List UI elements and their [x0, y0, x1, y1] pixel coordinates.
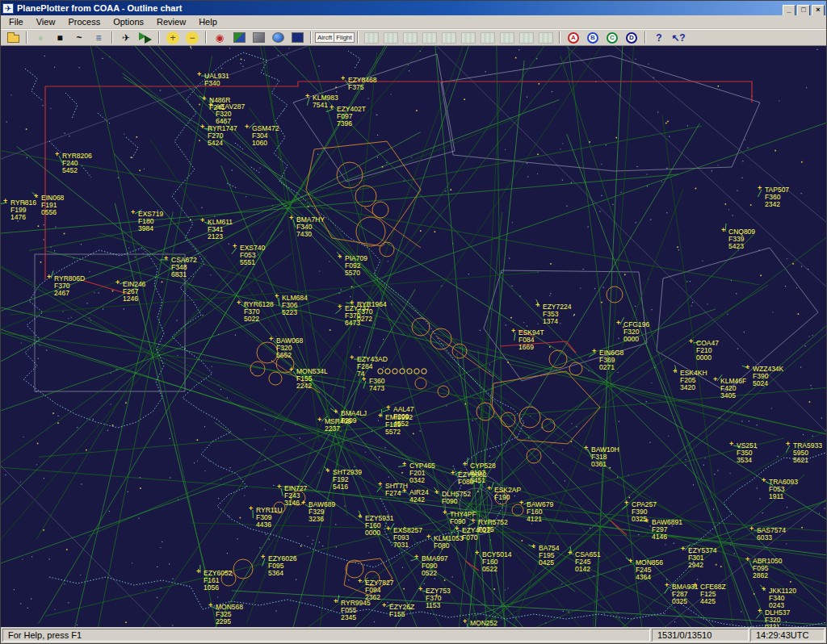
start-processing-button[interactable]: ● — [31, 30, 49, 45]
aircraft-label-ryr5752[interactable]: +RYR5752F075 — [478, 519, 508, 533]
aircraft-view-button[interactable]: ✈ — [117, 30, 135, 45]
aircraft-label-ryr11u[interactable]: +RYR11UF3094436 — [256, 507, 283, 529]
aircraft-label-ezy6026[interactable]: +EZY6026F0955364 — [268, 555, 296, 577]
aircraft-label-ezy6052[interactable]: +EZY6052F1611056 — [204, 570, 232, 592]
aircraft-label-esk2ap[interactable]: +ESK2APF190 — [494, 487, 521, 501]
aircraft-label-mon568[interactable]: +MON568F3252295 — [216, 604, 243, 625]
open-file-button[interactable] — [4, 30, 22, 45]
aircraft-label-baw068[interactable]: +BAW068F3205652 — [276, 337, 303, 359]
zoom-out-button[interactable]: − — [183, 30, 201, 45]
aircraft-label-mon252[interactable]: +MON252F1700220 — [470, 620, 497, 627]
aircraft-label-gsm472[interactable]: +GSM472F3041060 — [252, 125, 279, 147]
aircraft-label-ezy43ad[interactable]: +EZY43ADF28474 — [357, 356, 388, 378]
aircraft-label-ezy7827[interactable]: +EZY7827F0942362 — [365, 579, 393, 601]
stop-processing-button[interactable]: ■ — [51, 30, 69, 45]
aircraft-label-bma997[interactable]: +BMA997F0900522 — [422, 555, 448, 577]
aircraft-label-ezy402t[interactable]: +EZY402TF0977396 — [337, 106, 366, 128]
aircraft-label-f360[interactable]: +F3607473 — [369, 378, 384, 392]
chart-view-button[interactable] — [136, 30, 154, 45]
aircraft-label-klm983[interactable]: +KLM9837541 — [313, 94, 338, 109]
aircraft-list-button[interactable]: Aircft — [316, 30, 334, 45]
aircraft-label-baw679[interactable]: +BAW679F1604121 — [527, 501, 553, 523]
aircraft-label-ezy9082[interactable]: +EZY9082F080 — [458, 471, 486, 486]
aircraft-label-coa47[interactable]: +COA47F2100000 — [696, 340, 719, 362]
graph-button[interactable] — [230, 30, 248, 45]
aircraft-label-pia709[interactable]: +PIA709F0925570 — [345, 255, 367, 277]
aircraft-label-ein068[interactable]: +EIN068F1910556 — [41, 194, 64, 216]
menu-item-review[interactable]: Review — [150, 15, 192, 28]
aircraft-label-tra6093[interactable]: +TRA6093F0531911 — [769, 479, 798, 500]
maximize-button[interactable]: □ — [797, 5, 810, 16]
aircraft-label-esk94t[interactable]: +ESK94TF0841669 — [518, 329, 544, 351]
aircraft-label-ein246[interactable]: +EIN246F2671246 — [123, 281, 145, 303]
aircraft-label-ryr816[interactable]: +RYR816F1991476 — [10, 199, 36, 221]
marker-b-button[interactable]: B — [584, 30, 602, 45]
aircraft-label-sht2939[interactable]: +SHT2939F1925416 — [333, 469, 362, 491]
aircraft-label-baw6891[interactable]: +BAW6891F2974146 — [652, 519, 682, 541]
menu-item-options[interactable]: Options — [107, 15, 150, 28]
aircraft-label-dlh537[interactable]: +DLH537F3200331 — [765, 609, 790, 627]
aircraft-label-ryr1964[interactable]: +RYR1964F3700272 — [357, 301, 387, 323]
aircraft-label-emi5992[interactable]: +EMI5992F1295572 — [385, 414, 413, 436]
marker-c-button[interactable]: C — [603, 30, 621, 45]
aircraft-label-cfg196[interactable]: +CFG196F3200000 — [623, 321, 649, 343]
marker-a-button[interactable]: A — [565, 30, 582, 45]
menu-item-process[interactable]: Process — [61, 15, 107, 28]
aircraft-label-wzz434k[interactable]: +WZZ434KF3905024 — [753, 366, 783, 387]
aircraft-label-air24[interactable]: +AIR244242 — [409, 489, 429, 504]
aircraft-label-aeav287[interactable]: +AEAV287F3206467 — [216, 103, 245, 125]
menu-item-view[interactable]: View — [30, 15, 62, 28]
aircraft-label-csa672[interactable]: +CSA672F3486831 — [171, 257, 197, 278]
aircraft-label-ryr806d[interactable]: +RYR806DF3702467 — [54, 275, 85, 297]
aircraft-label-ryr9945[interactable]: +RYR9945F0552345 — [341, 600, 371, 621]
aircraft-label-mon856[interactable]: +MON856F2454364 — [636, 559, 663, 581]
zoom-in-button[interactable]: + — [164, 30, 182, 45]
aircraft-label-ryr8206[interactable]: +RYR8206F2405452 — [62, 153, 92, 174]
minimize-button[interactable]: _ — [783, 5, 796, 16]
aircraft-label-ezy5374[interactable]: +EZY5374F3012942 — [688, 547, 716, 569]
aircraft-label-ein6g8[interactable]: +EIN6G8F3690271 — [599, 349, 623, 371]
aircraft-label-cnq809[interactable]: +CNQ809F3395423 — [728, 228, 755, 250]
flight-log-button[interactable]: Flight — [335, 30, 353, 45]
aircraft-label-ryr1747[interactable]: +RYR1747F2705424 — [208, 125, 237, 147]
aircraft-label-exs8257[interactable]: +EXS8257F0937031 — [393, 527, 422, 549]
aircraft-label-vs251[interactable]: +VS251F3503534 — [737, 442, 758, 464]
signal-view-button[interactable]: ~ — [70, 30, 88, 45]
aircraft-label-csa651[interactable]: +CSA651F2450142 — [575, 551, 601, 573]
aircraft-label-jkk1120[interactable]: +JKK1120F3400243 — [769, 588, 796, 609]
close-button[interactable]: × — [812, 5, 825, 16]
aircraft-label-tap507[interactable]: +TAP507F3602342 — [765, 186, 789, 208]
globe-button[interactable] — [269, 30, 287, 45]
aircraft-label-abr1050[interactable]: +ABR1050F0952862 — [753, 558, 782, 579]
aircraft-label-cfe68z[interactable]: +CFE68ZF1254425 — [700, 583, 726, 605]
aircraft-label-klm46f[interactable]: +KLM46FF4203405 — [720, 378, 746, 399]
tools-button[interactable] — [250, 30, 267, 45]
aircraft-label-klm1053[interactable]: +KLM1053F080 — [434, 535, 463, 550]
title-bar[interactable]: ✈ PlanePlotter from COAA - Outline chart… — [1, 1, 826, 15]
alarm-button[interactable]: ◉ — [211, 30, 229, 45]
message-view-button[interactable]: ≡ — [90, 30, 107, 45]
aircraft-label-cyp465[interactable]: +CYP465F2010342 — [409, 462, 435, 484]
aircraft-label-esk4kh[interactable]: +ESK4KHF2053420 — [680, 370, 707, 391]
aircraft-label-ba754[interactable]: +BA754F1950425 — [539, 545, 560, 567]
aircraft-label-mon534l[interactable]: +MON534LF1552242 — [296, 368, 328, 390]
aircraft-label-ezy26z[interactable]: +EZY26ZF155 — [389, 604, 414, 618]
aircraft-label-exs719[interactable]: +EXS719F1803984 — [138, 211, 163, 232]
context-help-button[interactable]: ↖? — [670, 30, 687, 45]
aircraft-label-tra5933[interactable]: +TRA593359505621 — [793, 442, 822, 464]
aircraft-label-ezy8468[interactable]: +EZY8468F375 — [348, 77, 376, 91]
aircraft-label-baw689[interactable]: +BAW689F3293236 — [309, 501, 335, 523]
aircraft-label-klm611[interactable]: +KLM611F3412123 — [208, 219, 233, 240]
aircraft-label-sas7574[interactable]: +SAS75746033 — [757, 527, 786, 542]
menu-item-help[interactable]: Help — [192, 15, 224, 28]
mlat-button[interactable] — [288, 30, 306, 45]
aircraft-label-exs740[interactable]: +EXS740F0535551 — [240, 245, 265, 266]
help-button[interactable]: ? — [650, 30, 668, 45]
marker-d-button[interactable]: D — [623, 30, 640, 45]
aircraft-label-bma7hy[interactable]: +BMA7HYF3407430 — [296, 216, 325, 238]
aircraft-label-dlh5752[interactable]: +DLH5752F090 — [442, 491, 471, 505]
aircraft-label-msr409[interactable]: +MSR4092237 — [325, 418, 351, 433]
aircraft-label-klm684[interactable]: +KLM684F3065223 — [282, 295, 308, 316]
aircraft-label-ryr6128[interactable]: +RYR6128F3705022 — [244, 301, 274, 323]
chart-area[interactable]: +UAL931F340+EZY8468F375+KLM9837541+EZY40… — [1, 46, 826, 627]
